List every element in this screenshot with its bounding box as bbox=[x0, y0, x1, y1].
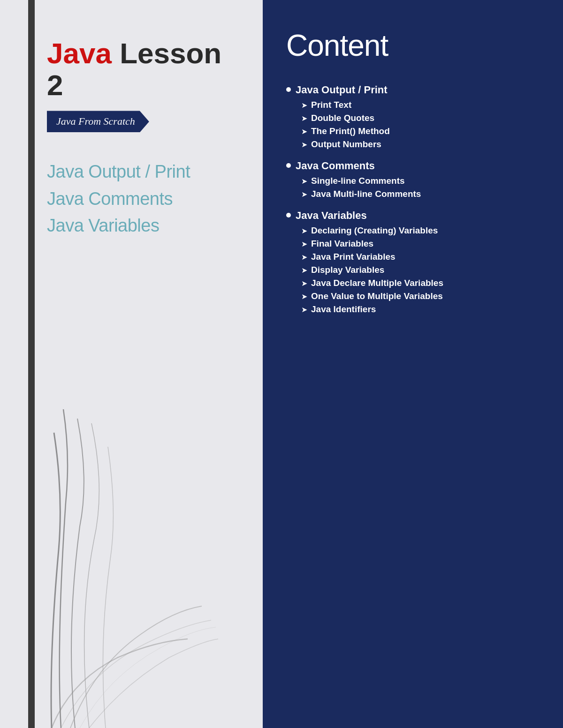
chevron-icon: ➤ bbox=[301, 226, 307, 235]
sub-list-item: ➤Display Variables bbox=[301, 265, 540, 275]
topic-item: Java Output / Print bbox=[47, 160, 235, 183]
sub-list-item: ➤Output Numbers bbox=[301, 139, 540, 150]
sub-item-label: Declaring (Creating) Variables bbox=[311, 225, 438, 236]
content-heading: Content bbox=[286, 28, 540, 63]
bullet-dot bbox=[286, 87, 291, 92]
topics-list: Java Output / PrintJava CommentsJava Var… bbox=[47, 160, 235, 237]
main-item: Java Variables bbox=[286, 210, 540, 222]
content-list: Java Output / Print➤Print Text➤Double Qu… bbox=[286, 84, 540, 315]
decorative-lines bbox=[23, 409, 221, 728]
chevron-icon: ➤ bbox=[301, 266, 307, 275]
sub-item-label: Double Quotes bbox=[311, 113, 374, 123]
sub-item-label: Java Declare Multiple Variables bbox=[311, 278, 443, 288]
chevron-icon: ➤ bbox=[301, 279, 307, 288]
chevron-icon: ➤ bbox=[301, 127, 307, 136]
chevron-icon: ➤ bbox=[301, 190, 307, 199]
chevron-icon: ➤ bbox=[301, 177, 307, 186]
main-item-label: Java Variables bbox=[296, 210, 367, 222]
chevron-icon: ➤ bbox=[301, 292, 307, 301]
content-section: Java Variables➤Declaring (Creating) Vari… bbox=[286, 210, 540, 315]
sub-list-item: ➤One Value to Multiple Variables bbox=[301, 291, 540, 301]
left-content: Java Lesson 2 Java From Scratch Java Out… bbox=[0, 0, 263, 266]
topic-item: Java Comments bbox=[47, 188, 235, 210]
sub-list-item: ➤Double Quotes bbox=[301, 113, 540, 123]
sub-list: ➤Declaring (Creating) Variables➤Final Va… bbox=[286, 225, 540, 315]
content-section: Java Comments➤Single-line Comments➤Java … bbox=[286, 160, 540, 199]
sub-item-label: Single-line Comments bbox=[311, 176, 405, 186]
sub-item-label: Print Text bbox=[311, 100, 351, 110]
chevron-icon: ➤ bbox=[301, 140, 307, 149]
lesson-title: Java Lesson 2 bbox=[47, 38, 235, 101]
chevron-icon: ➤ bbox=[301, 253, 307, 262]
sub-item-label: Display Variables bbox=[311, 265, 384, 275]
sub-item-label: One Value to Multiple Variables bbox=[311, 291, 443, 301]
sub-item-label: Output Numbers bbox=[311, 139, 381, 150]
sub-item-label: Java Multi-line Comments bbox=[311, 189, 421, 199]
sub-list-item: ➤Final Variables bbox=[301, 239, 540, 249]
sub-list-item: ➤The Print() Method bbox=[301, 126, 540, 136]
sub-list-item: ➤Java Print Variables bbox=[301, 252, 540, 262]
right-panel: Content Java Output / Print➤Print Text➤D… bbox=[263, 0, 563, 728]
topic-item: Java Variables bbox=[47, 214, 235, 237]
sub-list-item: ➤Java Multi-line Comments bbox=[301, 189, 540, 199]
sub-list-item: ➤Single-line Comments bbox=[301, 176, 540, 186]
sub-item-label: Java Identifiers bbox=[311, 304, 376, 315]
subtitle-text: Java From Scratch bbox=[56, 115, 135, 127]
sub-list-item: ➤Print Text bbox=[301, 100, 540, 110]
sub-item-label: The Print() Method bbox=[311, 126, 390, 136]
main-item-label: Java Comments bbox=[296, 160, 375, 172]
content-section: Java Output / Print➤Print Text➤Double Qu… bbox=[286, 84, 540, 150]
sub-item-label: Java Print Variables bbox=[311, 252, 396, 262]
java-word: Java bbox=[47, 37, 112, 69]
bullet-dot bbox=[286, 213, 291, 218]
chevron-icon: ➤ bbox=[301, 101, 307, 110]
main-item: Java Output / Print bbox=[286, 84, 540, 96]
sub-item-label: Final Variables bbox=[311, 239, 373, 249]
chevron-icon: ➤ bbox=[301, 114, 307, 123]
sub-list-item: ➤Java Declare Multiple Variables bbox=[301, 278, 540, 288]
main-item-label: Java Output / Print bbox=[296, 84, 388, 96]
sub-list-item: ➤Declaring (Creating) Variables bbox=[301, 225, 540, 236]
main-item: Java Comments bbox=[286, 160, 540, 172]
sub-list: ➤Print Text➤Double Quotes➤The Print() Me… bbox=[286, 100, 540, 150]
left-panel: Java Lesson 2 Java From Scratch Java Out… bbox=[0, 0, 263, 728]
bullet-dot bbox=[286, 163, 291, 168]
chevron-icon: ➤ bbox=[301, 305, 307, 314]
subtitle-banner: Java From Scratch bbox=[47, 111, 149, 132]
chevron-icon: ➤ bbox=[301, 240, 307, 248]
sub-list: ➤Single-line Comments➤Java Multi-line Co… bbox=[286, 176, 540, 199]
sub-list-item: ➤Java Identifiers bbox=[301, 304, 540, 315]
